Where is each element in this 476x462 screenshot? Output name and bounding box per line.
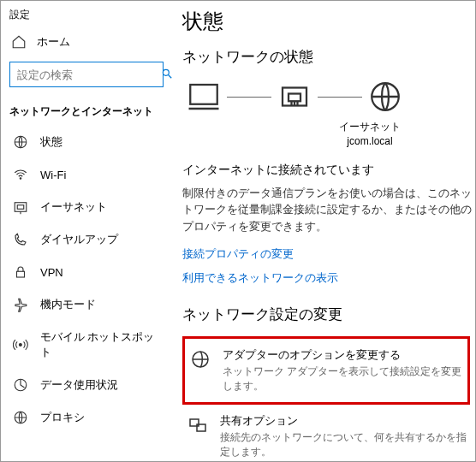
nav-label: VPN [40,266,63,279]
connection-line [227,97,271,98]
nav-label: プロキシ [40,410,85,425]
domain-label: jcom.local [265,134,475,149]
sidebar-item-ethernet[interactable]: イーサネット [1,191,172,223]
hotspot-icon [13,337,28,352]
sidebar-item-datausage[interactable]: データ使用状況 [1,369,172,401]
sidebar-item-airplane[interactable]: 機内モード [1,288,172,321]
svg-point-3 [20,178,21,180]
data-usage-icon [13,377,28,393]
sidebar-item-vpn[interactable]: VPN [1,256,172,288]
svg-point-0 [163,69,169,75]
connected-text: インターネットに接続されています [182,163,475,178]
metered-description: 制限付きのデータ通信プランをお使いの場合は、このネットワークを従量制課金接続に設… [182,185,475,235]
ethernet-icon [13,199,28,215]
page-title: 状態 [182,8,475,35]
ethernet-label: イーサネット [265,120,475,134]
option-sharing[interactable]: 共有オプション 接続先のネットワークについて、何を共有するかを指定します。 [182,405,475,461]
option-title: 共有オプション [220,413,470,429]
option-adapter-settings[interactable]: アダプターのオプションを変更する ネットワーク アダプターを表示して接続設定を変… [182,336,470,405]
sidebar: 設定 ホーム ネットワークとインターネット 状態 Wi-Fi イーサネット ダイ… [1,1,172,461]
nav-label: ダイヤルアップ [40,232,118,247]
link-available-networks[interactable]: 利用できるネットワークの表示 [182,270,475,286]
search-field[interactable] [17,68,161,81]
wifi-icon [13,167,28,182]
sidebar-section-title: ネットワークとインターネット [1,96,172,126]
diagram-labels: イーサネット jcom.local [265,120,475,149]
network-status-heading: ネットワークの状態 [182,47,475,67]
sharing-icon [187,415,208,435]
sidebar-item-proxy[interactable]: プロキシ [1,401,172,434]
ethernet-diagram-icon [277,79,312,115]
svg-line-1 [169,74,172,78]
proxy-icon [13,410,28,425]
dialup-icon [13,232,28,247]
svg-point-8 [19,344,21,346]
option-desc: ネットワーク アダプターを表示して接続設定を変更します。 [223,364,462,394]
sidebar-item-dialup[interactable]: ダイヤルアップ [1,223,172,256]
globe-diagram-icon [367,79,403,115]
home-label: ホーム [37,34,70,50]
nav-label: 機内モード [40,297,96,312]
computer-icon [186,79,222,115]
nav-label: Wi-Fi [40,169,66,181]
main-content: 状態 ネットワークの状態 イーサネット jcom.local インターネットに接… [172,1,475,461]
option-desc: 接続先のネットワークについて、何を共有するかを指定します。 [220,430,470,459]
network-diagram [186,79,475,115]
svg-rect-7 [17,271,25,277]
sidebar-item-status[interactable]: 状態 [1,126,172,158]
airplane-icon [13,297,28,312]
link-connection-properties[interactable]: 接続プロパティの変更 [182,246,475,262]
search-input[interactable] [9,62,164,87]
home-button[interactable]: ホーム [1,27,172,56]
svg-rect-11 [190,85,217,104]
nav-label: イーサネット [40,199,107,215]
nav-label: モバイル ホットスポット [40,329,164,360]
svg-rect-5 [17,205,24,210]
svg-rect-14 [289,94,300,102]
nav-label: 状態 [40,134,62,150]
globe-icon [13,134,28,150]
change-settings-heading: ネットワーク設定の変更 [182,305,475,324]
search-icon [161,68,173,82]
sidebar-item-wifi[interactable]: Wi-Fi [1,158,172,191]
adapter-icon [190,349,211,370]
svg-rect-4 [15,203,27,212]
vpn-icon [13,264,28,280]
option-title: アダプターのオプションを変更する [223,347,462,363]
connection-line [318,97,362,98]
home-icon [11,34,27,50]
app-title: 設定 [1,6,172,27]
sidebar-item-hotspot[interactable]: モバイル ホットスポット [1,321,172,369]
nav-label: データ使用状況 [40,377,118,393]
